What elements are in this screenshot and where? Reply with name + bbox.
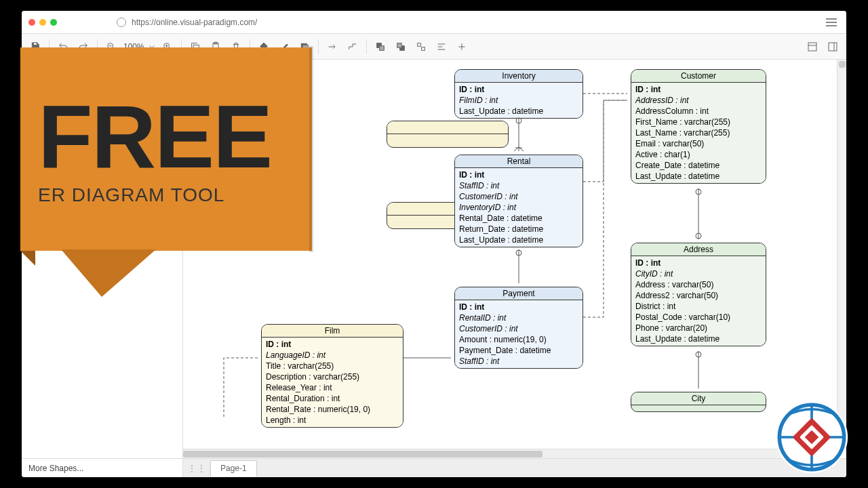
entity-customer[interactable]: Customer ID : intAddressID : intAddressC… <box>631 69 766 184</box>
entity-field: StaffID : int <box>459 180 578 191</box>
more-shapes-label: More Shapes... <box>28 464 83 473</box>
entity-field: ID : int <box>459 302 578 312</box>
entity-field: CustomerID : int <box>459 323 578 334</box>
entity-city[interactable]: City <box>631 392 766 412</box>
window-controls <box>28 19 57 26</box>
page-drag-handle-icon[interactable]: ⋮⋮ <box>187 463 206 474</box>
entity-field: Last_Update : datetime <box>459 106 578 117</box>
entity-address[interactable]: Address ID : intCityID : intAddress : va… <box>631 243 766 346</box>
connection-style-icon[interactable] <box>323 37 342 56</box>
svg-point-20 <box>696 352 701 357</box>
entity-field: Title : varchar(255) <box>266 361 399 371</box>
entity-field: Email : varchar(50) <box>635 138 762 149</box>
page-tab[interactable]: Page-1 <box>210 460 257 476</box>
minimize-icon[interactable] <box>39 19 46 26</box>
entity-field: AddressColumn : int <box>635 106 762 117</box>
svg-point-17 <box>516 250 521 256</box>
entity-field: ID : int <box>459 84 578 95</box>
entity-field: Last_Update : datetime <box>459 235 578 245</box>
entity-field: ID : int <box>266 339 399 350</box>
svg-rect-9 <box>379 45 384 50</box>
entity-field: Rental_Rate : numeric(19, 0) <box>266 404 399 415</box>
entity-field: StaffID : int <box>459 356 578 367</box>
to-back-icon[interactable] <box>391 37 410 56</box>
align-icon[interactable] <box>432 37 451 56</box>
entity-title: Film <box>262 325 403 338</box>
entity-film[interactable]: Film ID : intLanguageID : intTitle : var… <box>261 324 403 428</box>
entity-inventory[interactable]: Inventory ID : intFilmID : intLast_Updat… <box>454 69 583 119</box>
page-tabs: ⋮⋮ Page-1 <box>183 458 846 477</box>
svg-point-18 <box>696 189 701 195</box>
entity-field: Description : varchar(255) <box>266 371 399 382</box>
entity-title: Address <box>631 243 766 256</box>
entity-field: Active : char(1) <box>635 149 762 160</box>
entity-title: Customer <box>631 70 766 83</box>
svg-rect-0 <box>33 43 37 45</box>
format-panel-icon[interactable] <box>803 37 822 56</box>
promo-badge: FREE ER DIAGRAM TOOL <box>20 47 319 305</box>
maximize-icon[interactable] <box>50 19 57 26</box>
svg-rect-13 <box>421 47 425 50</box>
svg-point-19 <box>696 233 701 239</box>
promo-subtitle: ER DIAGRAM TOOL <box>38 184 294 206</box>
entity-field: LanguageID : int <box>266 350 399 361</box>
entity-field: Address2 : varchar(50) <box>635 290 762 301</box>
close-icon[interactable] <box>28 19 35 26</box>
entity-field: Rental_Duration : int <box>266 393 399 404</box>
entity-field: Last_Update : datetime <box>635 333 762 344</box>
entity-field: Amount : numeric(19, 0) <box>459 334 578 345</box>
hamburger-menu-icon[interactable] <box>823 14 840 30</box>
waypoint-style-icon[interactable] <box>343 37 362 56</box>
entity-field: Return_Date : datetime <box>459 224 578 235</box>
entity-field: ID : int <box>635 84 762 95</box>
entity-field: CityID : int <box>635 268 762 279</box>
entity-field: FilmID : int <box>459 95 578 106</box>
entity-field: RentalID : int <box>459 312 578 323</box>
entity-field: Length : int <box>266 415 399 426</box>
entity-field: Payment_Date : datetime <box>459 345 578 356</box>
svg-rect-14 <box>808 43 816 51</box>
entity-field: Release_Year : int <box>266 382 399 393</box>
visual-paradigm-logo-icon <box>774 400 849 474</box>
group-icon[interactable] <box>412 37 431 56</box>
more-shapes-button[interactable]: More Shapes... <box>22 458 182 477</box>
entity-field: Rental_Date : datetime <box>459 213 578 224</box>
site-info-icon <box>117 18 126 27</box>
entity-field: First_Name : varchar(255) <box>635 117 762 127</box>
entity-field: ID : int <box>459 169 578 180</box>
page-tab-label: Page-1 <box>220 464 247 473</box>
entity-field: Last_Name : varchar(255) <box>635 127 762 138</box>
entity-payment[interactable]: Payment ID : intRentalID : intCustomerID… <box>454 287 583 369</box>
entity-field: ID : int <box>635 258 762 268</box>
entity-field: Phone : varchar(20) <box>635 323 762 333</box>
entity-field: District : int <box>635 301 762 312</box>
entity-field: AddressID : int <box>635 95 762 106</box>
svg-rect-15 <box>829 43 837 51</box>
address-bar: https://online.visual-paradigm.com/ <box>22 11 846 34</box>
entity-title: Rental <box>455 155 583 168</box>
entity-field: CustomerID : int <box>459 191 578 202</box>
entity-field: Postal_Code : varchar(10) <box>635 312 762 323</box>
entity-field: Address : varchar(50) <box>635 279 762 290</box>
add-icon[interactable] <box>452 37 471 56</box>
entity-title: Inventory <box>455 70 583 83</box>
svg-rect-12 <box>417 43 420 46</box>
svg-rect-11 <box>397 43 401 47</box>
entity-title: City <box>631 392 766 405</box>
entity-field: Last_Update : datetime <box>635 171 762 182</box>
vertical-scrollbar[interactable] <box>837 60 846 449</box>
outline-panel-icon[interactable] <box>823 37 842 56</box>
entity-title: Payment <box>455 287 583 300</box>
horizontal-scrollbar[interactable] <box>183 449 837 458</box>
entity-field: Create_Date : datetime <box>635 160 762 171</box>
entity-field: InventoryID : int <box>459 202 578 213</box>
promo-title: FREE <box>38 92 294 182</box>
entity-rental[interactable]: Rental ID : intStaffID : intCustomerID :… <box>454 155 583 247</box>
entity-placeholder[interactable] <box>387 121 509 148</box>
svg-point-16 <box>516 118 521 123</box>
url-text: https://online.visual-paradigm.com/ <box>132 18 257 27</box>
to-front-icon[interactable] <box>371 37 390 56</box>
url-field[interactable]: https://online.visual-paradigm.com/ <box>62 18 818 27</box>
